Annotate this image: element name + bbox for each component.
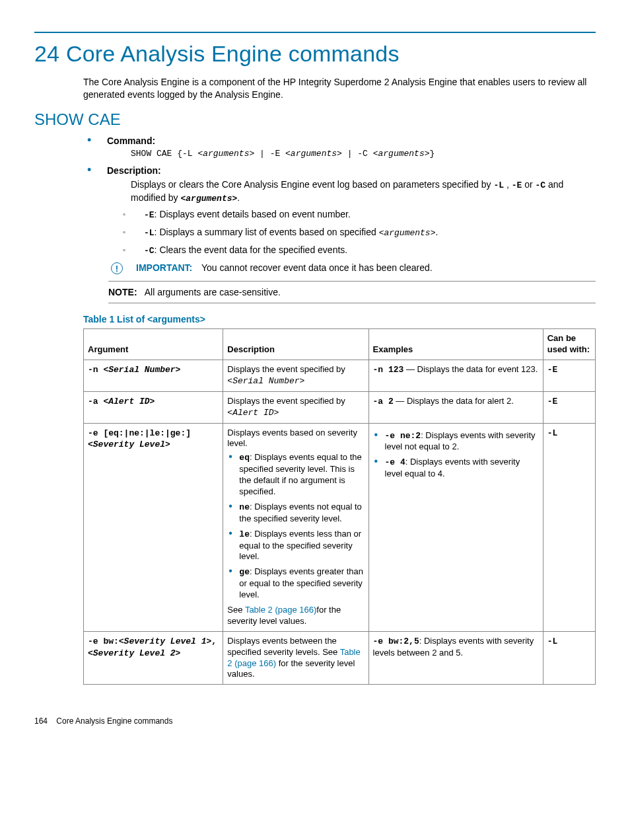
cell-used-with: -L [543, 631, 595, 685]
flag-L: -L [493, 180, 504, 190]
desc-text: . [237, 192, 240, 203]
syntax-arg: arguments [203, 149, 249, 159]
flag-code: -L [144, 228, 155, 238]
syntax-text: SHOW CAE {-L < [131, 149, 203, 159]
arg-var: <Severity Level> [88, 439, 170, 449]
arg-code: -n [88, 365, 103, 375]
used-code: -L [547, 636, 558, 646]
table-caption: Table 1 List of <arguments> [83, 314, 596, 325]
important-text: You cannot recover event data once it ha… [201, 262, 433, 273]
syntax-text: >} [425, 149, 435, 159]
important-icon: ! [111, 262, 123, 274]
desc-text: Displays events between the specified se… [227, 636, 339, 657]
desc-text: Displays or clears the Core Analysis Eng… [131, 179, 493, 190]
arg-var: <Serial Number> [103, 365, 180, 375]
li-text: : Displays events equal to the specified… [239, 452, 361, 496]
arg-code: -e [eq:|ne:|le:|ge:] [88, 428, 191, 438]
ex-text: Displays the data for event 123. [417, 364, 538, 374]
cell-description: Displays the event specified by <Serial … [223, 360, 368, 391]
table-row: -n <Serial Number> Displays the event sp… [84, 360, 596, 391]
desc-var: <Serial Number> [227, 376, 304, 386]
flag-item-E: -E: Displays event details based on even… [107, 209, 596, 220]
note-block: NOTE: All arguments are case-sensitive. [108, 281, 596, 303]
description-item: Description: Displays or clears the Core… [83, 165, 596, 256]
cell-examples: -e bw:2,5: Displays events with severity… [368, 631, 543, 685]
flag-text: : Displays a summary list of events base… [155, 227, 379, 237]
arg-var: <Severity Level 1> [119, 636, 211, 646]
section-heading: SHOW CAE [34, 110, 596, 129]
ex-text: : Displays events with severity level eq… [385, 457, 520, 478]
arg-sep: , [211, 636, 217, 646]
table-row: -a <Alert ID> Displays the event specifi… [84, 391, 596, 423]
syntax-text: > | -C < [337, 149, 378, 159]
note-row: NOTE: All arguments are case-sensitive. [108, 284, 596, 300]
page-number: 164 [34, 716, 54, 726]
ex-list: -e ne:2: Displays events with severity l… [373, 430, 539, 480]
li-code: le [239, 529, 250, 539]
note-label: NOTE: [108, 287, 137, 297]
syntax-text: > | -E < [249, 149, 290, 159]
cell-argument: -e [eq:|ne:|le:|ge:] <Severity Level> [84, 423, 223, 631]
chapter-title: 24 Core Analysis Engine commands [34, 41, 596, 67]
chapter-number: 24 [34, 41, 59, 66]
list-item: -e ne:2: Displays events with severity l… [373, 430, 539, 453]
arg-code: -a [88, 397, 103, 406]
important-body: IMPORTANT: You cannot recover event data… [136, 262, 433, 273]
th-argument: Argument [84, 329, 223, 360]
cell-description: Displays events based on severity level.… [223, 423, 368, 631]
list-item: ne: Displays events not equal to the spe… [227, 502, 364, 525]
see-text: See [227, 605, 245, 615]
cell-argument: -n <Serial Number> [84, 360, 223, 391]
see-link[interactable]: Table 2 (page 166) [245, 605, 316, 615]
command-label: Command: [107, 135, 155, 146]
cell-argument: -a <Alert ID> [84, 391, 223, 423]
li-code: ge [239, 567, 250, 577]
flag-code: -E [144, 210, 155, 220]
note-rule-bottom [108, 303, 596, 303]
cell-used-with: -E [543, 360, 595, 391]
desc-text: Displays the event specified by [227, 396, 345, 406]
li-text: : Displays events greater than or equal … [239, 566, 363, 599]
chapter-intro: The Core Analysis Engine is a component … [83, 76, 596, 101]
desc-text: Displays the event specified by [227, 364, 345, 374]
list-item: eq: Displays events equal to the specifi… [227, 452, 364, 498]
flag-E: -E [512, 180, 522, 190]
li-code: ne [239, 502, 250, 512]
used-code: -E [547, 365, 558, 375]
flag-code: -C [144, 246, 155, 256]
cell-examples: -e ne:2: Displays events with severity l… [368, 423, 543, 631]
flag-item-C: -C: Clears the event data for the specif… [107, 245, 596, 256]
note-text: All arguments are case-sensitive. [145, 287, 281, 297]
used-code: -E [547, 397, 558, 406]
list-item: le: Displays events less than or equal t… [227, 529, 364, 563]
table-row: -e [eq:|ne:|le:|ge:] <Severity Level> Di… [84, 423, 596, 631]
command-syntax: SHOW CAE {-L <arguments> | -E <arguments… [131, 149, 596, 159]
command-item: Command: SHOW CAE {-L <arguments> | -E <… [83, 135, 596, 159]
page-footer: 164 Core Analysis Engine commands [34, 716, 596, 726]
desc-text: , [504, 179, 512, 190]
ex-code: -e 4 [385, 457, 405, 467]
ex-dash: — [403, 364, 417, 374]
top-rule [34, 32, 596, 33]
important-label: IMPORTANT: [136, 262, 192, 273]
list-item: ge: Displays events greater than or equa… [227, 566, 364, 601]
arguments-table: Argument Description Examples Can be use… [83, 328, 596, 685]
note-rule-top [108, 281, 596, 282]
ex-code: -e ne:2 [385, 431, 421, 441]
desc-text: Displays events based on severity level. [227, 428, 357, 449]
table-row: -e bw:<Severity Level 1>,<Severity Level… [84, 631, 596, 685]
cell-used-with: -L [543, 423, 595, 631]
description-body: Displays or clears the Core Analysis Eng… [131, 178, 596, 205]
flag-text: : Clears the event data for the specifie… [155, 245, 348, 255]
ex-dash: — [394, 396, 407, 406]
cell-argument: -e bw:<Severity Level 1>,<Severity Level… [84, 631, 223, 685]
syntax-arg: arguments [378, 149, 425, 159]
li-code: eq [239, 453, 250, 463]
th-examples: Examples [368, 329, 543, 360]
arg-var: <Severity Level 2> [88, 648, 180, 658]
flag-text: . [435, 227, 438, 237]
li-text: : Displays events not equal to the speci… [239, 502, 361, 523]
cell-used-with: -E [543, 391, 595, 423]
important-note: ! IMPORTANT: You cannot recover event da… [111, 262, 596, 274]
chapter-title-text: Core Analysis Engine commands [66, 41, 400, 66]
